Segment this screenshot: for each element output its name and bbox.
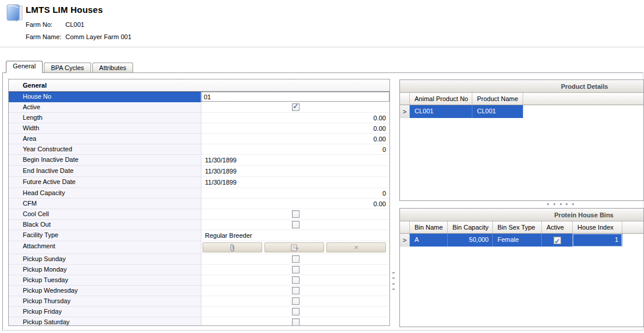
tab-strip: General BPA Cycles Attributes <box>6 61 134 73</box>
bin-row[interactable]: > A 50,000 Female 1 <box>400 234 643 247</box>
page-title: LMTS LIM Houses <box>26 5 103 15</box>
column-header-filler <box>622 221 643 233</box>
pickup-saturday-checkbox[interactable] <box>292 318 300 326</box>
row-area[interactable]: Area 0.00 <box>9 134 389 144</box>
row-pickup-monday[interactable]: Pickup Monday <box>9 265 389 275</box>
field-label: Head Capacity <box>9 188 201 199</box>
tab-attributes[interactable]: Attributes <box>92 63 133 73</box>
delete-attachment-button[interactable]: × <box>326 242 386 252</box>
column-header-animal-product-no[interactable]: Animal Product No <box>410 93 472 105</box>
indicator-header-cell <box>400 221 410 233</box>
black-out-checkbox[interactable] <box>292 221 300 228</box>
row-pickup-wednesday[interactable]: Pickup Wednesday <box>9 286 389 296</box>
column-header-bin-sex-type[interactable]: Bin Sex Type <box>493 221 542 233</box>
field-value[interactable]: 11/30/1899 <box>201 168 389 175</box>
product-row[interactable]: > CL001 CL001 <box>400 105 643 118</box>
cell-bin-sex-type[interactable]: Female <box>493 234 542 247</box>
column-header-product-name[interactable]: Product Name <box>472 93 523 105</box>
row-length[interactable]: Length 0.00 <box>9 113 389 123</box>
column-header-active[interactable]: Active <box>542 221 573 233</box>
field-label: Length <box>9 113 201 123</box>
row-year-constructed[interactable]: Year Constructed 0 <box>9 144 389 155</box>
row-facility-type[interactable]: Facility Type Regular Breeder <box>9 230 389 241</box>
column-header-bin-name[interactable]: Bin Name <box>410 221 448 233</box>
indicator-header-cell <box>400 93 410 105</box>
attach-file-button[interactable] <box>203 242 262 252</box>
field-value[interactable]: 11/30/1899 <box>201 157 389 164</box>
field-label: CFM <box>9 199 201 209</box>
cell-bin-capacity[interactable]: 50,000 <box>448 234 493 247</box>
cell-house-index[interactable]: 1 <box>573 234 622 247</box>
field-label: House No <box>9 92 201 102</box>
pickup-wednesday-checkbox[interactable] <box>292 287 300 294</box>
product-details-caption: Product Details <box>400 80 643 93</box>
row-pickup-tuesday[interactable]: Pickup Tuesday <box>9 275 389 286</box>
paperclip-icon <box>229 244 235 252</box>
row-pickup-thursday[interactable]: Pickup Thursday <box>9 296 389 307</box>
row-end-inactive-date[interactable]: End Inactive Date 11/30/1899 <box>9 166 389 177</box>
product-details-header: Animal Product No Product Name <box>400 93 643 105</box>
field-label: Pickup Wednesday <box>9 286 201 296</box>
field-value[interactable]: 0.00 <box>201 115 389 122</box>
row-house-no[interactable]: House No 01 <box>9 92 389 102</box>
row-indicator-icon: > <box>403 108 406 115</box>
protein-house-bins-header: Bin Name Bin Capacity Bin Sex Type Activ… <box>400 221 643 234</box>
field-label: Active <box>9 102 201 113</box>
row-cfm[interactable]: CFM 0.00 <box>9 199 389 209</box>
pickup-monday-checkbox[interactable] <box>292 266 300 273</box>
field-value[interactable]: 11/30/1899 <box>201 179 389 186</box>
cell-animal-product-no[interactable]: CL001 <box>410 105 472 118</box>
active-checkbox[interactable] <box>292 103 300 111</box>
field-label: End Inactive Date <box>9 166 201 177</box>
row-black-out[interactable]: Black Out <box>9 220 389 230</box>
column-header-bin-capacity[interactable]: Bin Capacity <box>448 221 493 233</box>
row-head-capacity[interactable]: Head Capacity 0 <box>9 188 389 199</box>
cell-product-name[interactable]: CL001 <box>472 105 523 118</box>
pickup-friday-checkbox[interactable] <box>292 308 300 315</box>
cool-cell-checkbox[interactable] <box>292 210 300 218</box>
cell-bin-name[interactable]: A <box>410 234 448 247</box>
field-label: Pickup Monday <box>9 265 201 275</box>
house-no-input[interactable]: 01 <box>201 92 389 102</box>
row-pickup-friday[interactable]: Pickup Friday <box>9 307 389 317</box>
field-label: Attachment <box>9 241 201 254</box>
pickup-tuesday-checkbox[interactable] <box>292 276 300 284</box>
product-details-panel: Product Details Animal Product No Produc… <box>399 79 644 201</box>
field-value[interactable]: Regular Breeder <box>201 232 389 239</box>
bin-active-checkbox[interactable] <box>554 237 561 244</box>
vertical-splitter-grip[interactable] <box>392 272 395 290</box>
farm-name-label: Farm Name: <box>26 33 61 40</box>
row-attachment[interactable]: Attachment × <box>9 241 389 254</box>
row-filler <box>523 105 643 118</box>
preview-attachment-button[interactable] <box>264 242 324 252</box>
farm-no-value: CL001 <box>65 21 84 28</box>
row-active[interactable]: Active <box>9 102 389 113</box>
field-value[interactable]: 0 <box>201 190 389 197</box>
row-pickup-sunday[interactable]: Pickup Sunday <box>9 254 389 265</box>
protein-house-bins-caption: Protein House Bins <box>400 209 643 221</box>
farm-no-label: Farm No: <box>26 21 53 28</box>
tab-bpa-cycles[interactable]: BPA Cycles <box>44 63 91 73</box>
column-header-house-index[interactable]: House Index <box>573 221 622 233</box>
field-label: Year Constructed <box>9 144 201 155</box>
row-pickup-saturday[interactable]: Pickup Saturday <box>9 317 389 326</box>
field-value[interactable]: 0.00 <box>201 125 389 132</box>
field-label: Cool Cell <box>9 209 201 220</box>
field-value[interactable]: 0.00 <box>201 200 389 207</box>
field-label: Future Active Date <box>9 177 201 188</box>
row-future-active-date[interactable]: Future Active Date 11/30/1899 <box>9 177 389 188</box>
pickup-thursday-checkbox[interactable] <box>292 297 300 305</box>
tab-general[interactable]: General <box>6 61 43 73</box>
row-cool-cell[interactable]: Cool Cell <box>9 209 389 220</box>
horizontal-splitter-grip[interactable] <box>547 203 574 206</box>
row-begin-inactive-date[interactable]: Begin Inactive Date 11/30/1899 <box>9 155 389 166</box>
pickup-sunday-checkbox[interactable] <box>292 255 300 263</box>
field-value[interactable]: 0.00 <box>201 136 389 143</box>
row-width[interactable]: Width 0.00 <box>9 123 389 134</box>
general-property-grid: General House No 01 Active Length 0.00 W… <box>8 79 390 326</box>
field-value[interactable]: 0 <box>201 146 389 153</box>
farm-name-value: Comm Layer Farm 001 <box>65 33 131 40</box>
field-label: Facility Type <box>9 230 201 241</box>
field-label: Pickup Sunday <box>9 254 201 265</box>
field-label: Black Out <box>9 220 201 230</box>
